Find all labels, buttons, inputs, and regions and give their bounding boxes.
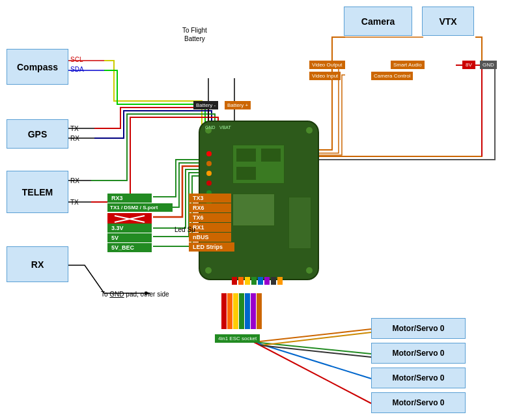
conn-led: LED Strips <box>189 242 234 252</box>
conn-rx3: RX3 <box>107 194 152 203</box>
video-input: Video Input <box>309 72 341 80</box>
motor-box-0: Motor/Servo 0 <box>371 318 466 339</box>
battery-label: To FlightBattery <box>182 26 207 43</box>
led-su-label: Led Su <box>175 226 195 233</box>
scl-label: SCL <box>70 56 83 63</box>
vtx-box: VTX <box>422 7 474 36</box>
telem-box: TELEM <box>7 171 68 213</box>
telem-tx-label: TX <box>70 199 79 206</box>
conn-rx1: RX1 <box>189 223 231 232</box>
rx-box: RX <box>7 246 68 282</box>
j3-connector <box>232 277 283 285</box>
video-output: Video Output <box>309 61 345 69</box>
gps-tx-label: TX <box>70 125 79 132</box>
conn-tx3: TX3 <box>189 194 231 203</box>
sda-label: SDA <box>70 66 84 73</box>
esc-socket-label: 4in1 ESC socket <box>215 334 260 343</box>
battery-minus: Battery - <box>193 101 218 109</box>
motor-box-1: Motor/Servo 0 <box>371 343 466 364</box>
conn-nbus: nBUS <box>189 233 231 242</box>
telem-rx-label: RX <box>70 177 79 184</box>
wiring-diagram: Compass GPS TELEM RX Camera VTX Motor/Se… <box>0 0 532 419</box>
gps-box: GPS <box>7 119 68 149</box>
conn-5v: 5V <box>107 233 152 242</box>
conn-5vbec: 5V_BEC <box>107 243 152 252</box>
x-icon <box>113 214 146 224</box>
conn-tx1: TX1 / DSM2 / S.port <box>107 203 173 212</box>
conn-tx6: TX6 <box>189 213 231 222</box>
camera-box: Camera <box>344 7 412 36</box>
battery-plus: Battery + <box>225 101 251 109</box>
motor-box-3: Motor/Servo 0 <box>371 392 466 413</box>
motor-box-2: Motor/Servo 0 <box>371 368 466 388</box>
conn-3v3: 3.3V <box>107 224 152 233</box>
gps-rx-label: RX <box>70 135 79 142</box>
8v-label: 8V <box>462 61 475 69</box>
gnd-label: GND <box>480 61 497 69</box>
conn-rx6: RX6 <box>189 203 231 212</box>
smart-audio: Smart Audio <box>391 61 425 69</box>
compass-box: Compass <box>7 49 68 85</box>
camera-control: Camera Control <box>371 72 413 80</box>
esc-connector-area <box>221 293 262 329</box>
gnd-note: To GND pad, other side <box>101 290 169 298</box>
